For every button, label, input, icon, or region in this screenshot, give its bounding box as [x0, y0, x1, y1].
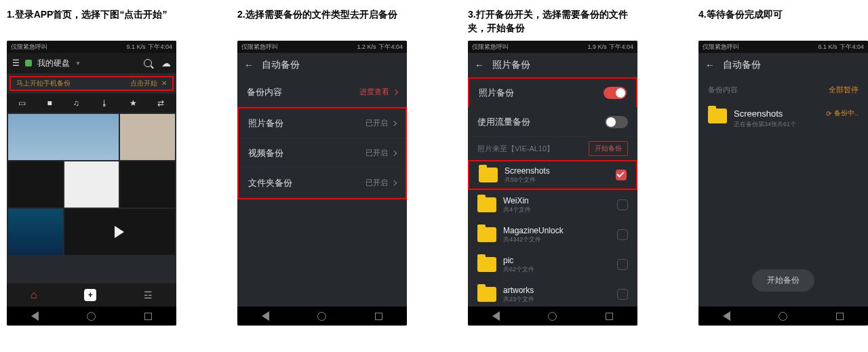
android-nav [7, 307, 176, 326]
back-arrow-icon[interactable]: ← [244, 60, 254, 71]
folder-row[interactable]: pic共62个文件 [468, 250, 637, 279]
recents-icon[interactable] [375, 313, 382, 320]
checkbox-unchecked[interactable] [617, 229, 628, 240]
page-title: 自动备份 [262, 59, 300, 71]
folder-row[interactable]: MagazineUnlock共4342个文件 [468, 220, 637, 250]
status-bar: 仅限紧急呼叫 1.9 K/s下午4:04 [468, 41, 637, 53]
grid-item[interactable] [64, 161, 119, 208]
status-time: 下午4:04 [378, 43, 403, 52]
home-icon[interactable] [778, 312, 787, 321]
screenshot-3: 仅限紧急呼叫 1.9 K/s下午4:04 ← 照片备份 照片备份 使用流量备份 … [468, 41, 637, 326]
row-backup-content[interactable]: 备份内容 进度查看 [237, 77, 407, 107]
recents-icon[interactable] [144, 313, 152, 320]
android-nav [237, 307, 407, 326]
status-carrier: 仅限紧急呼叫 [703, 43, 739, 52]
screenshot-4: 仅限紧急呼叫 6.1 K/s下午4:04 ← 自动备份 备份内容 全部暂停 Sc… [698, 41, 868, 326]
banner-text: 马上开始手机备份 [16, 79, 71, 88]
status-bar: 仅限紧急呼叫 9.1 K/s下午4:04 [7, 41, 176, 53]
row-label: 照片备份 [479, 87, 514, 99]
grid-item-video[interactable] [64, 209, 175, 255]
menu-icon[interactable]: ☰ [12, 58, 20, 68]
folder-icon [708, 109, 727, 123]
folder-row[interactable]: WeiXin共4个文件 [468, 190, 637, 220]
row-photo-backup[interactable]: 照片备份 已开启 [239, 109, 406, 138]
row-label: 使用流量备份 [477, 116, 530, 128]
checkbox-checked[interactable] [616, 170, 627, 180]
banner-action[interactable]: 点击开始 [130, 79, 157, 87]
dropdown-icon[interactable]: ▼ [75, 60, 81, 66]
checkbox-unchecked[interactable] [617, 259, 628, 270]
pause-all-button[interactable]: 全部暂停 [829, 85, 859, 95]
row-video-backup[interactable]: 视频备份 已开启 [239, 138, 406, 168]
folder-row[interactable]: Screenshots共59个文件 [468, 160, 637, 190]
row-label: 备份内容 [247, 86, 282, 98]
toggle-switch-off[interactable] [605, 116, 628, 128]
checkbox-unchecked[interactable] [617, 289, 628, 300]
back-icon[interactable] [31, 311, 39, 321]
screenshot-2: 仅限紧急呼叫 1.2 K/s下午4:04 ← 自动备份 备份内容 进度查看 照片… [237, 41, 407, 326]
row-folder-backup[interactable]: 文件夹备份 已开启 [239, 168, 406, 198]
toggle-switch-on[interactable] [604, 87, 627, 99]
backup-banner[interactable]: 马上开始手机备份 点击开始 ✕ [9, 76, 174, 91]
status-carrier: 仅限紧急呼叫 [241, 43, 278, 52]
folder-icon [477, 197, 496, 212]
status-carrier: 仅限紧急呼叫 [472, 43, 509, 52]
folder-name: MagazineUnlock [503, 226, 610, 235]
grid-item[interactable] [120, 161, 175, 208]
folder-count: 共4个文件 [503, 206, 610, 214]
grid-item[interactable] [8, 114, 119, 160]
folder-icon [477, 257, 496, 272]
tab-favorite-icon[interactable]: ★ [130, 98, 137, 108]
chevron-right-icon [391, 150, 397, 155]
nav-list-icon[interactable]: ☲ [144, 290, 153, 300]
bottom-nav: ⌂ + ☲ [7, 283, 176, 307]
back-arrow-icon[interactable]: ← [475, 60, 484, 71]
tab-music-icon[interactable]: ♫ [73, 98, 79, 108]
row-value: 已开启 [366, 118, 388, 128]
grid-item[interactable] [8, 161, 63, 208]
status-time: 下午4:04 [148, 43, 172, 52]
status-time: 下午4:04 [609, 43, 633, 52]
android-nav [468, 307, 637, 326]
search-icon[interactable] [144, 59, 152, 67]
drive-title[interactable]: 我的硬盘 [37, 58, 70, 69]
checkbox-unchecked[interactable] [617, 199, 628, 210]
start-backup-button[interactable]: 开始备份 [752, 269, 814, 292]
row-value: 进度查看 [359, 87, 389, 97]
folder-name: WeiXin [503, 196, 610, 206]
back-arrow-icon[interactable]: ← [705, 60, 715, 71]
nav-add-icon[interactable]: + [84, 289, 96, 301]
status-speed: 1.2 K/s [357, 43, 376, 50]
home-icon[interactable] [548, 312, 557, 321]
tab-image-icon[interactable]: ▭ [18, 98, 26, 108]
back-icon[interactable] [492, 311, 500, 321]
cloud-upload-icon[interactable]: ☁ [161, 58, 171, 69]
status-bar: 仅限紧急呼叫 6.1 K/s下午4:04 [698, 41, 868, 53]
home-icon[interactable] [317, 312, 326, 321]
grid-item[interactable] [8, 209, 63, 255]
screenshot-1: 仅限紧急呼叫 9.1 K/s下午4:04 ☰ 我的硬盘 ▼ ☁ 马上开始手机备份… [7, 41, 176, 326]
banner-close-icon[interactable]: ✕ [161, 79, 167, 87]
recents-icon[interactable] [836, 313, 844, 320]
recents-icon[interactable] [606, 313, 613, 320]
play-icon [115, 226, 124, 238]
backup-progress-text: 正在备份第34张共61个 [734, 120, 796, 129]
backup-content-label: 备份内容 [708, 85, 738, 95]
tab-video-icon[interactable]: ■ [47, 98, 52, 108]
back-icon[interactable] [262, 311, 269, 321]
status-speed: 9.1 K/s [126, 43, 145, 50]
row-label: 照片备份 [248, 117, 283, 130]
nav-home-icon[interactable]: ⌂ [31, 289, 37, 301]
folder-row[interactable]: artworks共23个文件 [468, 279, 637, 309]
status-time: 下午4:04 [840, 43, 864, 52]
tab-download-icon[interactable]: ⭳ [100, 98, 108, 108]
tab-share-icon[interactable]: ⇄ [157, 98, 164, 108]
row-label: 文件夹备份 [248, 177, 292, 189]
back-icon[interactable] [723, 311, 730, 321]
grid-item[interactable] [120, 114, 175, 160]
home-icon[interactable] [87, 312, 96, 321]
photo-source-label: 照片来至【VIE-AL10】 [477, 144, 554, 154]
page-title: 自动备份 [723, 59, 761, 71]
start-backup-button[interactable]: 开始备份 [589, 141, 628, 156]
sync-icon: ⟳ [826, 110, 831, 117]
